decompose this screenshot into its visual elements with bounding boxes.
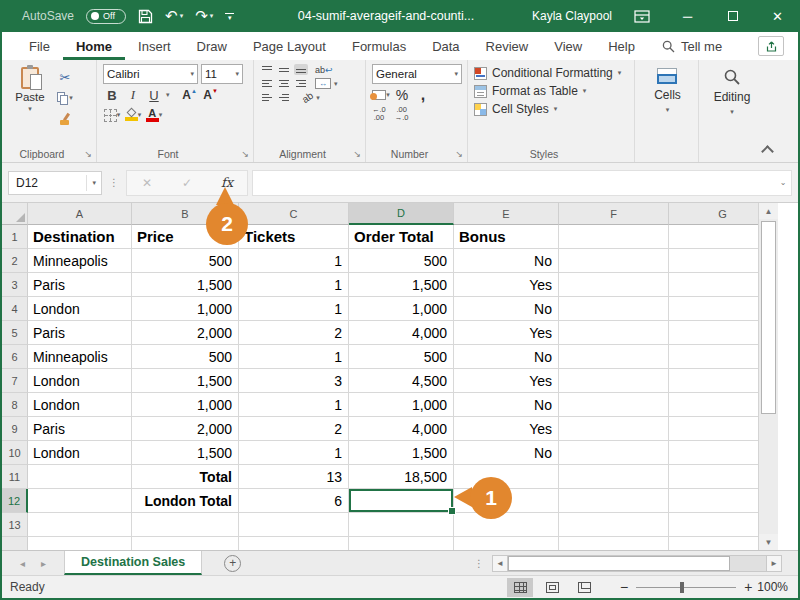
copy-button[interactable]: ▾ [56, 89, 74, 107]
underline-dropdown-icon[interactable]: ▾ [166, 91, 170, 99]
cell-D5[interactable]: 4,000 [349, 321, 454, 345]
cell-C2[interactable]: 1 [239, 249, 349, 273]
alignment-dialog-launcher[interactable]: ↘ [353, 149, 361, 159]
cell-C10[interactable]: 1 [239, 441, 349, 465]
cell-C12[interactable]: 6 [239, 489, 349, 513]
collapse-ribbon-button[interactable] [761, 145, 774, 158]
cell-B12[interactable]: London Total [132, 489, 239, 513]
tab-page-layout[interactable]: Page Layout [240, 32, 339, 60]
decrease-indent-button[interactable] [260, 92, 274, 103]
editing-button[interactable]: Editing ▾ [714, 68, 751, 116]
horizontal-scrollbar[interactable] [508, 555, 766, 572]
minimize-button[interactable]: ─ [665, 0, 710, 32]
cell-A4[interactable]: London [28, 297, 132, 321]
row-header-8[interactable]: 8 [2, 393, 28, 417]
cell-D9[interactable]: 4,000 [349, 417, 454, 441]
cell-B7[interactable]: 1,500 [132, 369, 239, 393]
cell-F6[interactable] [559, 345, 669, 369]
zoom-in-button[interactable]: + [744, 579, 752, 595]
comma-style-button[interactable]: , [414, 86, 432, 104]
zoom-slider[interactable] [636, 587, 736, 588]
cell-F4[interactable] [559, 297, 669, 321]
cell-D11[interactable]: 18,500 [349, 465, 454, 489]
cell-C9[interactable]: 2 [239, 417, 349, 441]
bottom-align-button[interactable] [294, 64, 308, 75]
tab-home[interactable]: Home [63, 32, 125, 60]
cell-C11[interactable]: 13 [239, 465, 349, 489]
column-header-D[interactable]: D [349, 203, 454, 225]
decrease-decimal-button[interactable]: .00→.0 [395, 106, 409, 122]
cell-F11[interactable] [559, 465, 669, 489]
cell-A6[interactable]: Minneapolis [28, 345, 132, 369]
column-header-A[interactable]: A [28, 203, 132, 225]
cell-E8[interactable]: No [454, 393, 559, 417]
cell-A13[interactable] [28, 513, 132, 537]
shrink-font-button[interactable]: A▼ [202, 86, 220, 104]
paste-button[interactable]: Paste ▾ [8, 64, 52, 146]
vertical-scroll-thumb[interactable] [761, 221, 776, 414]
accounting-format-button[interactable]: ▾ [372, 86, 390, 104]
merge-center-button[interactable]: ↔ [315, 78, 331, 89]
row-header-11[interactable]: 11 [2, 465, 28, 489]
cell-F7[interactable] [559, 369, 669, 393]
tab-help[interactable]: Help [595, 32, 648, 60]
scroll-left-icon[interactable]: ◄ [492, 555, 508, 572]
paste-dropdown-icon[interactable]: ▾ [28, 105, 32, 113]
cell-C6[interactable]: 1 [239, 345, 349, 369]
cell-F13[interactable] [559, 513, 669, 537]
cell-E6[interactable]: No [454, 345, 559, 369]
cell-A5[interactable]: Paris [28, 321, 132, 345]
page-break-view-button[interactable] [571, 578, 597, 597]
row-header-6[interactable]: 6 [2, 345, 28, 369]
scroll-up-icon[interactable]: ▲ [759, 203, 778, 219]
cell-C13[interactable] [239, 513, 349, 537]
tab-draw[interactable]: Draw [184, 32, 240, 60]
cell-C8[interactable]: 1 [239, 393, 349, 417]
font-size-combo[interactable]: 11▾ [201, 64, 243, 84]
cell-C1[interactable]: Tickets [239, 225, 349, 249]
cell-B2[interactable]: 500 [132, 249, 239, 273]
enter-formula-button[interactable]: ✓ [167, 176, 207, 190]
row-header-4[interactable]: 4 [2, 297, 28, 321]
tab-scrollbar-splitter[interactable]: ⋮ [474, 558, 484, 569]
tab-view[interactable]: View [541, 32, 595, 60]
user-name[interactable]: Kayla Claypool [522, 0, 622, 32]
row-header-10[interactable]: 10 [2, 441, 28, 465]
cell-D8[interactable]: 1,000 [349, 393, 454, 417]
cell-F12[interactable] [559, 489, 669, 513]
formula-input[interactable]: ⌄ [252, 170, 792, 196]
align-right-button[interactable] [294, 78, 308, 89]
cell-F8[interactable] [559, 393, 669, 417]
horizontal-scroll-thumb[interactable] [508, 556, 730, 571]
name-box-dropdown-icon[interactable]: ▾ [86, 175, 101, 191]
new-sheet-button[interactable]: + [224, 555, 241, 572]
cell-E10[interactable]: No [454, 441, 559, 465]
cell-C7[interactable]: 3 [239, 369, 349, 393]
cell-A1[interactable]: Destination [28, 225, 132, 249]
cell-F1[interactable] [559, 225, 669, 249]
cell-A12[interactable] [28, 489, 132, 513]
cell-F9[interactable] [559, 417, 669, 441]
quick-access-customize-button[interactable]: ▾ [225, 13, 234, 20]
formula-bar-splitter[interactable]: ⋮ [109, 177, 119, 188]
tab-review[interactable]: Review [473, 32, 542, 60]
grow-font-button[interactable]: A▲ [181, 86, 199, 104]
middle-align-button[interactable] [277, 64, 291, 75]
italic-button[interactable]: I [124, 86, 142, 104]
cell-F5[interactable] [559, 321, 669, 345]
cell-E1[interactable]: Bonus [454, 225, 559, 249]
center-button[interactable] [277, 78, 291, 89]
cell-E9[interactable]: Yes [454, 417, 559, 441]
undo-dropdown-icon[interactable]: ▾ [180, 12, 184, 20]
undo-button[interactable]: ↶▾ [165, 7, 183, 25]
column-header-C[interactable]: C [239, 203, 349, 225]
cell-D13[interactable] [349, 513, 454, 537]
cell-B6[interactable]: 500 [132, 345, 239, 369]
conditional-formatting-button[interactable]: Conditional Formatting▾ [474, 66, 630, 80]
cells-button[interactable]: Cells ▾ [654, 68, 681, 114]
cell-C3[interactable]: 1 [239, 273, 349, 297]
prev-sheet-icon[interactable]: ◂ [20, 558, 25, 569]
sheet-tab-destination-sales[interactable]: Destination Sales [64, 551, 202, 575]
vertical-scrollbar[interactable]: ▲ ▼ [758, 203, 778, 550]
number-dialog-launcher[interactable]: ↘ [455, 149, 463, 159]
